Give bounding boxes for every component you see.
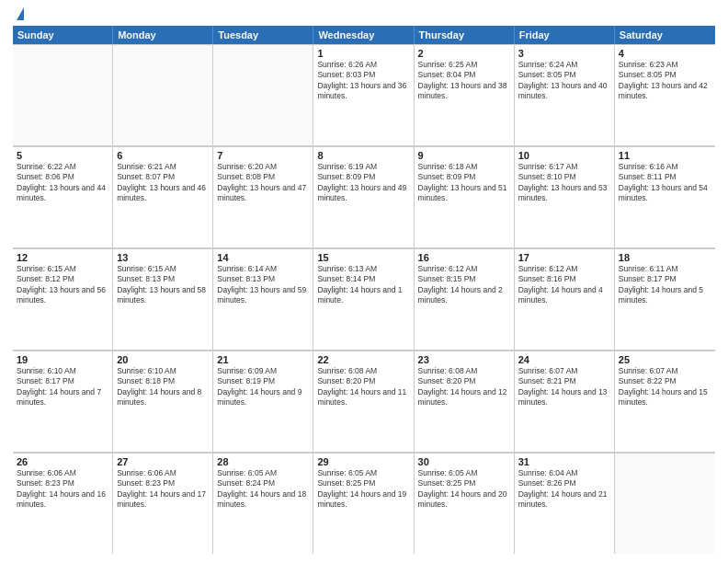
day-info-17: Sunrise: 6:12 AM Sunset: 8:16 PM Dayligh… (518, 264, 610, 306)
day-cell-3: 3Sunrise: 6:24 AM Sunset: 8:05 PM Daylig… (515, 44, 615, 145)
day-cell-11: 11Sunrise: 6:16 AM Sunset: 8:11 PM Dayli… (615, 146, 715, 247)
day-info-25: Sunrise: 6:07 AM Sunset: 8:22 PM Dayligh… (619, 366, 711, 408)
day-info-7: Sunrise: 6:20 AM Sunset: 8:08 PM Dayligh… (217, 162, 309, 204)
day-number-6: 6 (117, 150, 209, 161)
day-cell-27: 27Sunrise: 6:06 AM Sunset: 8:23 PM Dayli… (113, 453, 213, 554)
calendar-row-3: 19Sunrise: 6:10 AM Sunset: 8:17 PM Dayli… (13, 350, 715, 453)
day-cell-5: 5Sunrise: 6:22 AM Sunset: 8:06 PM Daylig… (13, 146, 113, 247)
day-cell-24: 24Sunrise: 6:07 AM Sunset: 8:21 PM Dayli… (515, 350, 615, 452)
day-info-24: Sunrise: 6:07 AM Sunset: 8:21 PM Dayligh… (518, 366, 610, 408)
day-number-3: 3 (518, 48, 610, 59)
day-number-31: 31 (518, 456, 610, 467)
day-number-14: 14 (217, 252, 309, 263)
day-cell-25: 25Sunrise: 6:07 AM Sunset: 8:22 PM Dayli… (615, 350, 715, 452)
logo-triangle-icon (17, 7, 24, 20)
day-info-23: Sunrise: 6:08 AM Sunset: 8:20 PM Dayligh… (418, 366, 510, 408)
day-info-5: Sunrise: 6:22 AM Sunset: 8:06 PM Dayligh… (17, 162, 108, 204)
day-info-1: Sunrise: 6:26 AM Sunset: 8:03 PM Dayligh… (317, 60, 409, 102)
day-cell-21: 21Sunrise: 6:09 AM Sunset: 8:19 PM Dayli… (213, 350, 313, 452)
day-cell-28: 28Sunrise: 6:05 AM Sunset: 8:24 PM Dayli… (213, 453, 313, 554)
day-info-13: Sunrise: 6:15 AM Sunset: 8:13 PM Dayligh… (117, 264, 209, 306)
day-info-30: Sunrise: 6:05 AM Sunset: 8:25 PM Dayligh… (418, 468, 510, 511)
day-info-28: Sunrise: 6:05 AM Sunset: 8:24 PM Dayligh… (217, 468, 309, 511)
day-number-16: 16 (418, 252, 510, 263)
day-info-3: Sunrise: 6:24 AM Sunset: 8:05 PM Dayligh… (518, 60, 610, 102)
calendar-row-0: 1Sunrise: 6:26 AM Sunset: 8:03 PM Daylig… (13, 44, 715, 146)
day-cell-1: 1Sunrise: 6:26 AM Sunset: 8:03 PM Daylig… (313, 44, 414, 145)
weekday-header-friday: Friday (515, 26, 615, 44)
day-number-21: 21 (217, 354, 309, 365)
day-number-4: 4 (619, 48, 711, 59)
day-info-15: Sunrise: 6:13 AM Sunset: 8:14 PM Dayligh… (317, 264, 409, 306)
day-cell-14: 14Sunrise: 6:14 AM Sunset: 8:13 PM Dayli… (213, 248, 313, 350)
day-info-11: Sunrise: 6:16 AM Sunset: 8:11 PM Dayligh… (619, 162, 711, 204)
page: SundayMondayTuesdayWednesdayThursdayFrid… (0, 0, 728, 563)
empty-cell-r4-c6 (615, 453, 715, 554)
day-cell-9: 9Sunrise: 6:18 AM Sunset: 8:09 PM Daylig… (415, 146, 515, 247)
calendar-row-1: 5Sunrise: 6:22 AM Sunset: 8:06 PM Daylig… (13, 146, 715, 248)
day-cell-6: 6Sunrise: 6:21 AM Sunset: 8:07 PM Daylig… (113, 146, 213, 247)
day-info-4: Sunrise: 6:23 AM Sunset: 8:05 PM Dayligh… (619, 60, 711, 102)
day-number-30: 30 (418, 456, 510, 467)
day-cell-8: 8Sunrise: 6:19 AM Sunset: 8:09 PM Daylig… (313, 146, 414, 247)
weekday-header-thursday: Thursday (415, 26, 515, 44)
empty-cell-r0-c2 (213, 44, 313, 145)
day-info-26: Sunrise: 6:06 AM Sunset: 8:23 PM Dayligh… (17, 468, 108, 511)
day-cell-19: 19Sunrise: 6:10 AM Sunset: 8:17 PM Dayli… (13, 350, 113, 452)
day-number-18: 18 (619, 252, 711, 263)
day-info-9: Sunrise: 6:18 AM Sunset: 8:09 PM Dayligh… (418, 162, 510, 204)
day-number-20: 20 (117, 354, 209, 365)
empty-cell-r0-c0 (13, 44, 113, 145)
day-cell-22: 22Sunrise: 6:08 AM Sunset: 8:20 PM Dayli… (313, 350, 414, 452)
day-cell-30: 30Sunrise: 6:05 AM Sunset: 8:25 PM Dayli… (415, 453, 515, 554)
day-cell-4: 4Sunrise: 6:23 AM Sunset: 8:05 PM Daylig… (615, 44, 715, 145)
day-cell-7: 7Sunrise: 6:20 AM Sunset: 8:08 PM Daylig… (213, 146, 313, 247)
day-number-29: 29 (317, 456, 409, 467)
calendar: SundayMondayTuesdayWednesdayThursdayFrid… (13, 26, 715, 554)
day-info-10: Sunrise: 6:17 AM Sunset: 8:10 PM Dayligh… (518, 162, 610, 204)
day-info-21: Sunrise: 6:09 AM Sunset: 8:19 PM Dayligh… (217, 366, 309, 408)
day-number-19: 19 (17, 354, 108, 365)
day-number-22: 22 (317, 354, 409, 365)
day-cell-15: 15Sunrise: 6:13 AM Sunset: 8:14 PM Dayli… (313, 248, 414, 350)
day-info-16: Sunrise: 6:12 AM Sunset: 8:15 PM Dayligh… (418, 264, 510, 306)
logo (13, 9, 24, 20)
day-cell-10: 10Sunrise: 6:17 AM Sunset: 8:10 PM Dayli… (515, 146, 615, 247)
day-cell-18: 18Sunrise: 6:11 AM Sunset: 8:17 PM Dayli… (615, 248, 715, 350)
day-info-20: Sunrise: 6:10 AM Sunset: 8:18 PM Dayligh… (117, 366, 209, 408)
day-number-8: 8 (317, 150, 409, 161)
day-number-26: 26 (17, 456, 108, 467)
day-number-23: 23 (418, 354, 510, 365)
day-number-10: 10 (518, 150, 610, 161)
empty-cell-r0-c1 (113, 44, 213, 145)
day-cell-2: 2Sunrise: 6:25 AM Sunset: 8:04 PM Daylig… (415, 44, 515, 145)
day-cell-26: 26Sunrise: 6:06 AM Sunset: 8:23 PM Dayli… (13, 453, 113, 554)
day-cell-29: 29Sunrise: 6:05 AM Sunset: 8:25 PM Dayli… (313, 453, 414, 554)
day-number-13: 13 (117, 252, 209, 263)
day-number-1: 1 (317, 48, 409, 59)
day-number-7: 7 (217, 150, 309, 161)
day-info-18: Sunrise: 6:11 AM Sunset: 8:17 PM Dayligh… (619, 264, 711, 306)
day-cell-16: 16Sunrise: 6:12 AM Sunset: 8:15 PM Dayli… (415, 248, 515, 350)
day-info-27: Sunrise: 6:06 AM Sunset: 8:23 PM Dayligh… (117, 468, 209, 511)
day-number-12: 12 (17, 252, 108, 263)
day-number-24: 24 (518, 354, 610, 365)
day-info-29: Sunrise: 6:05 AM Sunset: 8:25 PM Dayligh… (317, 468, 409, 511)
day-info-6: Sunrise: 6:21 AM Sunset: 8:07 PM Dayligh… (117, 162, 209, 204)
day-number-5: 5 (17, 150, 108, 161)
day-info-22: Sunrise: 6:08 AM Sunset: 8:20 PM Dayligh… (317, 366, 409, 408)
calendar-header: SundayMondayTuesdayWednesdayThursdayFrid… (13, 26, 715, 44)
calendar-body: 1Sunrise: 6:26 AM Sunset: 8:03 PM Daylig… (13, 44, 715, 554)
day-info-31: Sunrise: 6:04 AM Sunset: 8:26 PM Dayligh… (518, 468, 610, 511)
weekday-header-monday: Monday (113, 26, 213, 44)
day-cell-23: 23Sunrise: 6:08 AM Sunset: 8:20 PM Dayli… (415, 350, 515, 452)
day-number-27: 27 (117, 456, 209, 467)
day-info-12: Sunrise: 6:15 AM Sunset: 8:12 PM Dayligh… (17, 264, 108, 306)
day-info-19: Sunrise: 6:10 AM Sunset: 8:17 PM Dayligh… (17, 366, 108, 408)
day-number-17: 17 (518, 252, 610, 263)
day-info-2: Sunrise: 6:25 AM Sunset: 8:04 PM Dayligh… (418, 60, 510, 102)
calendar-row-4: 26Sunrise: 6:06 AM Sunset: 8:23 PM Dayli… (13, 453, 715, 554)
day-cell-20: 20Sunrise: 6:10 AM Sunset: 8:18 PM Dayli… (113, 350, 213, 452)
weekday-header-sunday: Sunday (13, 26, 113, 44)
day-cell-12: 12Sunrise: 6:15 AM Sunset: 8:12 PM Dayli… (13, 248, 113, 350)
